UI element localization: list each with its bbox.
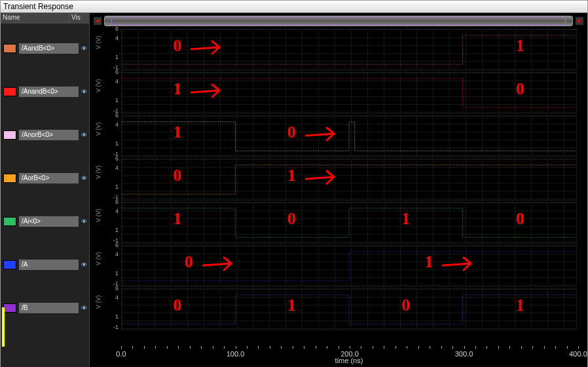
signal-name[interactable]: /AandB<0> [19, 43, 79, 54]
x-minor-tick [384, 346, 384, 349]
x-minor-tick [270, 346, 270, 349]
visibility-toggle-icon[interactable]: 👁 [79, 218, 89, 225]
y-axis: V (V)641-1 [95, 159, 120, 199]
signal-name[interactable]: /AnandB<0> [19, 87, 79, 97]
scroll-right-icon[interactable]: ► [576, 17, 583, 25]
waveform-strip[interactable] [121, 72, 577, 114]
x-minor-tick [350, 346, 350, 349]
x-minor-tick [361, 346, 361, 349]
x-minor-tick [475, 346, 476, 349]
x-minor-tick [521, 346, 522, 349]
color-swatch [3, 87, 16, 96]
plot-area: ◄ ► V (V)641-1V (V)641-1V (V)641-1V (V)6… [90, 13, 587, 367]
y-axis-label: V (V) [95, 165, 101, 179]
x-minor-tick [327, 346, 327, 349]
signal-row[interactable]: /AnandB<0>👁 [1, 85, 89, 98]
visibility-toggle-icon[interactable]: 👁 [79, 261, 89, 268]
scrollbar-track[interactable] [104, 16, 573, 26]
y-tick: 4 [105, 208, 119, 214]
x-minor-tick [567, 346, 568, 349]
x-minor-tick [407, 346, 407, 349]
x-minor-tick [132, 346, 133, 349]
x-tick: 0.0 [116, 350, 126, 358]
waveform-strip[interactable] [121, 115, 577, 157]
x-minor-tick [258, 346, 259, 349]
scrollbar-thumb[interactable] [111, 17, 566, 25]
y-tick: 4 [105, 294, 119, 301]
x-minor-tick [544, 346, 545, 349]
visibility-toggle-icon[interactable]: 👁 [79, 305, 89, 311]
selection-marker [2, 307, 5, 347]
x-minor-tick [373, 346, 373, 349]
y-tick: 6 [105, 155, 119, 162]
color-swatch [3, 44, 16, 53]
signal-name[interactable]: /B [19, 303, 79, 313]
waveform-strips[interactable]: V (V)641-1V (V)641-1V (V)641-1V (V)641-1… [90, 29, 587, 349]
waveform-strip[interactable] [121, 288, 577, 330]
x-tick: 200.0 [340, 350, 359, 358]
y-axis: V (V)641-1 [95, 115, 120, 156]
signal-row[interactable]: /B👁 [1, 301, 89, 315]
x-minor-tick [509, 346, 510, 349]
y-tick: 1 [105, 227, 119, 233]
signal-row[interactable]: /AandB<0>👁 [1, 42, 89, 55]
signal-row[interactable]: /AnorB<0>👁 [1, 128, 89, 142]
visibility-toggle-icon[interactable]: 👁 [79, 45, 89, 52]
x-minor-tick [155, 346, 156, 349]
scroll-left-icon[interactable]: ◄ [94, 17, 101, 25]
waveform [122, 159, 576, 200]
x-minor-tick [304, 346, 304, 349]
waveform-strip[interactable] [121, 29, 577, 71]
y-tick: 1 [105, 184, 119, 190]
x-minor-tick [316, 346, 316, 349]
x-minor-tick [395, 346, 396, 349]
col-vis[interactable]: Vis [69, 13, 89, 24]
visibility-toggle-icon[interactable]: 👁 [79, 132, 89, 138]
x-minor-tick [555, 346, 556, 349]
x-minor-tick [464, 346, 465, 349]
x-minor-tick [247, 346, 248, 349]
app-window: Transient Response Name Vis /AandB<0>👁/A… [0, 0, 588, 367]
y-axis: V (V)641-1 [95, 288, 120, 329]
waveform [122, 246, 576, 286]
y-tick: 1 [105, 313, 119, 320]
x-minor-tick [178, 346, 179, 349]
signal-row[interactable]: /AorB<0>👁 [1, 172, 89, 185]
x-tick: 100.0 [227, 350, 245, 358]
col-name[interactable]: Name [1, 13, 69, 24]
y-tick: 6 [105, 242, 119, 248]
x-minor-tick [236, 346, 236, 349]
y-tick: 6 [105, 199, 119, 205]
x-minor-tick [293, 346, 293, 349]
x-minor-tick [121, 346, 122, 349]
y-tick: 4 [105, 35, 119, 41]
waveform-strip[interactable] [121, 245, 577, 287]
visibility-toggle-icon[interactable]: 👁 [79, 88, 89, 95]
signal-name[interactable]: /AorB<0> [19, 173, 79, 184]
signal-name[interactable]: /A [19, 260, 79, 270]
y-axis-label: V (V) [95, 208, 101, 222]
x-axis: time (ns) 0.0100.0200.0300.0400.0 [121, 350, 577, 364]
x-tick: 300.0 [455, 350, 473, 358]
x-tick: 400.0 [569, 350, 587, 358]
x-minor-tick [213, 346, 213, 349]
signal-name[interactable]: /Ai<0> [19, 216, 79, 227]
waveform-strip[interactable] [121, 202, 577, 244]
y-tick: 1 [105, 270, 119, 277]
x-minor-tick [190, 346, 191, 349]
x-minor-tick [452, 346, 453, 349]
signal-row[interactable]: /Ai<0>👁 [1, 215, 89, 228]
y-tick: 6 [105, 112, 119, 119]
x-minor-tick [532, 346, 533, 349]
y-axis-label: V (V) [95, 252, 101, 265]
y-tick: 4 [105, 251, 119, 258]
signal-row[interactable]: /A👁 [1, 258, 89, 271]
visibility-toggle-icon[interactable]: 👁 [79, 175, 89, 182]
waveform [122, 203, 576, 243]
y-tick: 6 [105, 69, 119, 75]
y-tick: 6 [105, 26, 119, 32]
color-swatch [3, 260, 16, 269]
signal-name[interactable]: /AnorB<0> [19, 130, 79, 140]
horizontal-scrollbar[interactable]: ◄ ► [90, 13, 587, 29]
waveform-strip[interactable] [121, 159, 577, 201]
